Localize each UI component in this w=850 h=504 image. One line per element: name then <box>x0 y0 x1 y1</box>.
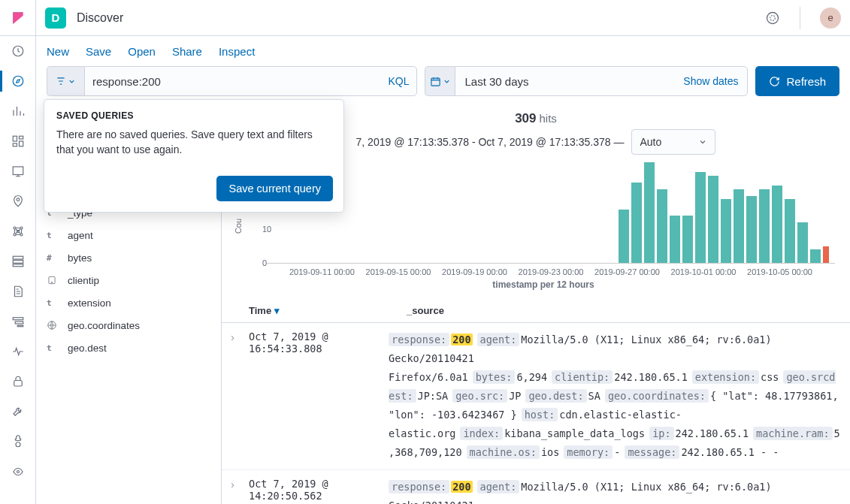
histogram-bar[interactable] <box>682 216 693 263</box>
svg-point-9 <box>20 227 23 229</box>
histogram-bar[interactable] <box>759 189 770 263</box>
kibana-logo[interactable] <box>0 0 36 36</box>
svg-point-22 <box>767 12 779 23</box>
new-button[interactable]: New <box>47 45 69 58</box>
svg-rect-6 <box>13 167 23 175</box>
t-field-icon: t <box>47 341 60 355</box>
svg-point-8 <box>14 227 16 229</box>
svg-point-21 <box>17 471 19 473</box>
popover-body: There are no saved queries. Save query t… <box>44 127 343 168</box>
t-field-icon: t <box>47 228 60 242</box>
space-badge[interactable]: D <box>45 8 66 29</box>
field-name: agent <box>68 230 93 241</box>
svg-point-20 <box>16 442 20 447</box>
nav-uptime-icon[interactable] <box>0 337 36 367</box>
breadcrumb: Discover <box>77 11 765 25</box>
nav-management-icon[interactable] <box>0 457 36 487</box>
ip-field-icon <box>47 273 60 287</box>
sort-desc-icon: ▾ <box>274 305 280 316</box>
histogram-bar[interactable] <box>657 189 667 263</box>
doc-row: ›Oct 7, 2019 @ 14:20:50.562response:200a… <box>222 470 850 504</box>
field-item[interactable]: clientip <box>36 269 221 291</box>
nav-ml-icon[interactable] <box>0 216 36 246</box>
newsfeed-icon[interactable] <box>765 11 780 26</box>
histogram-bar[interactable] <box>785 199 795 263</box>
#-field-icon: # <box>47 251 60 264</box>
saved-queries-button[interactable] <box>47 66 84 96</box>
histogram-bar[interactable] <box>772 186 782 263</box>
popover-title: SAVED QUERIES <box>44 100 343 127</box>
field-item[interactable]: geo.coordinates <box>36 314 221 337</box>
nav-canvas-icon[interactable] <box>0 156 36 186</box>
open-button[interactable]: Open <box>128 45 156 58</box>
svg-point-23 <box>770 15 776 20</box>
field-item[interactable]: tgeo.dest <box>36 337 221 359</box>
field-item[interactable]: textension <box>36 291 221 314</box>
share-button[interactable]: Share <box>172 45 202 58</box>
histogram-bar[interactable] <box>810 249 821 263</box>
field-item[interactable]: #bytes <box>36 246 221 269</box>
globe-field-icon <box>47 318 60 332</box>
expand-row-icon[interactable]: › <box>231 330 249 462</box>
nav-maps-icon[interactable] <box>0 186 36 216</box>
svg-rect-14 <box>13 261 23 264</box>
saved-queries-popover: SAVED QUERIES There are no saved queries… <box>44 99 344 213</box>
histogram-bar[interactable] <box>721 199 731 263</box>
svg-point-27 <box>51 282 52 282</box>
field-name: geo.coordinates <box>68 320 140 331</box>
svg-rect-2 <box>13 136 17 141</box>
nav-devtools-icon[interactable] <box>0 397 36 427</box>
nav-dashboard-icon[interactable] <box>0 126 36 156</box>
histogram-bar[interactable] <box>695 172 706 263</box>
interval-select[interactable]: Auto <box>631 129 715 155</box>
show-dates-link: Show dates <box>683 75 738 87</box>
nav-infra-icon[interactable] <box>0 246 36 276</box>
nav-monitoring-icon[interactable] <box>0 427 36 457</box>
svg-rect-15 <box>13 264 23 267</box>
inspect-button[interactable]: Inspect <box>219 45 255 58</box>
refresh-button[interactable]: Refresh <box>755 66 839 96</box>
save-current-query-button[interactable]: Save current query <box>216 176 333 201</box>
histogram-bar[interactable] <box>708 176 718 263</box>
svg-rect-17 <box>15 321 23 324</box>
svg-point-10 <box>14 234 16 236</box>
t-field-icon: t <box>47 296 60 309</box>
source-column-header: _source <box>407 305 841 316</box>
field-name: geo.dest <box>68 343 107 354</box>
expand-row-icon[interactable]: › <box>231 478 249 504</box>
save-button[interactable]: Save <box>86 45 111 58</box>
doc-time: Oct 7, 2019 @ 14:20:50.562 <box>249 478 389 504</box>
svg-rect-24 <box>431 78 440 86</box>
histogram-bar[interactable] <box>734 189 744 263</box>
nav-discover-icon[interactable] <box>0 66 36 96</box>
date-range-display[interactable]: Last 30 days Show dates <box>455 66 748 96</box>
nav-apm-icon[interactable] <box>0 306 36 337</box>
query-lang-badge[interactable]: KQL <box>388 75 409 87</box>
nav-logs-icon[interactable] <box>0 276 36 306</box>
field-name: bytes <box>68 252 92 264</box>
doc-table-header: Time ▾ _source <box>222 299 850 323</box>
svg-rect-19 <box>14 381 22 387</box>
query-input[interactable] <box>92 75 388 88</box>
histogram-bar[interactable] <box>631 183 642 263</box>
time-column-header[interactable]: Time ▾ <box>249 305 407 316</box>
histogram-bar[interactable] <box>644 162 655 263</box>
date-quick-button[interactable] <box>425 66 455 96</box>
discover-toolbar: New Save Open Share Inspect <box>36 36 850 66</box>
doc-source: response:200agent:Mozilla/5.0 (X11; Linu… <box>389 330 841 462</box>
histogram-bar[interactable] <box>619 210 629 263</box>
nav-recent-icon[interactable] <box>0 36 36 66</box>
nav-visualize-icon[interactable] <box>0 96 36 126</box>
nav-siem-icon[interactable] <box>0 367 36 397</box>
svg-point-7 <box>17 198 20 201</box>
doc-row: ›Oct 7, 2019 @ 16:54:33.808response:200a… <box>222 323 850 470</box>
field-item[interactable]: tagent <box>36 224 221 246</box>
histogram-bar[interactable] <box>797 222 808 263</box>
svg-rect-16 <box>13 318 23 320</box>
field-name: extension <box>68 297 111 309</box>
histogram-bar[interactable] <box>746 196 757 263</box>
user-avatar[interactable]: e <box>820 8 841 29</box>
nav-rail <box>0 0 36 504</box>
histogram-bar[interactable] <box>670 216 680 263</box>
svg-rect-4 <box>19 141 23 146</box>
